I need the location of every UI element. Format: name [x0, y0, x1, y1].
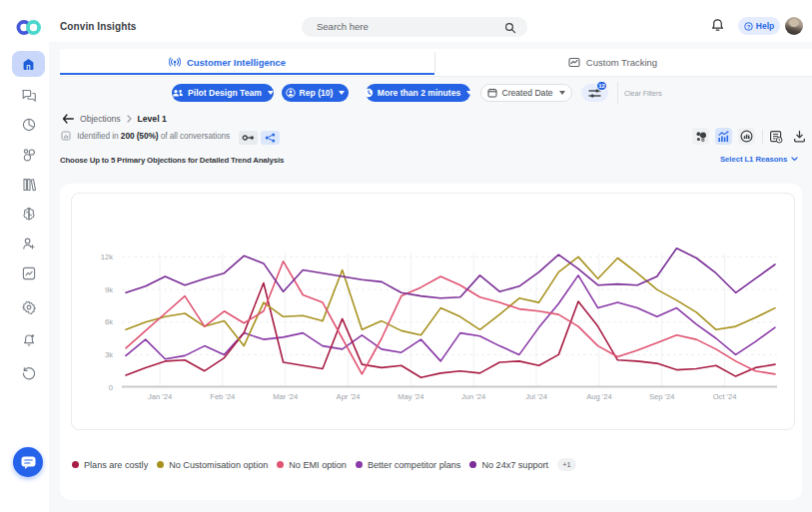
svg-text:6k: 6k: [105, 317, 113, 326]
svg-text:0: 0: [109, 383, 113, 392]
svg-text:May '24: May '24: [398, 392, 423, 401]
svg-text:Apr '24: Apr '24: [337, 392, 361, 401]
svg-text:Jul '24: Jul '24: [525, 392, 547, 401]
svg-text:12k: 12k: [101, 253, 113, 261]
svg-text:Sep '24: Sep '24: [649, 392, 675, 401]
svg-text:Feb '24: Feb '24: [210, 392, 235, 401]
svg-text:3k: 3k: [105, 350, 113, 359]
svg-text:Jun '24: Jun '24: [461, 392, 485, 401]
svg-text:?: ?: [746, 23, 750, 29]
svg-text:Aug '24: Aug '24: [586, 392, 612, 401]
svg-text:Mar '24: Mar '24: [273, 392, 298, 401]
svg-text:Oct '24: Oct '24: [713, 392, 737, 401]
svg-text:Jan '24: Jan '24: [148, 392, 172, 401]
svg-text:9k: 9k: [105, 285, 113, 294]
